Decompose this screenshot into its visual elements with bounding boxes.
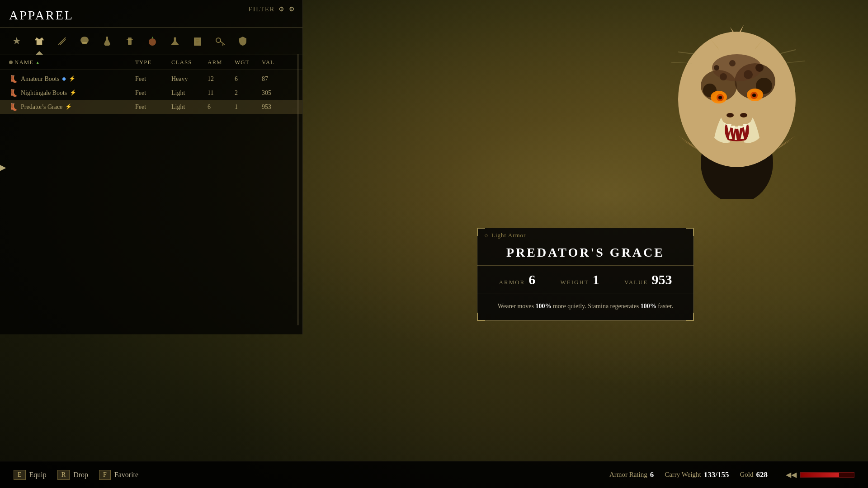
armor-stat: ARMOR 6: [499, 272, 536, 287]
cat-icon-potion[interactable]: [97, 31, 117, 51]
drop-key: R: [57, 470, 70, 480]
svg-point-24: [755, 64, 764, 72]
svg-point-22: [744, 70, 753, 79]
corner-tr: [686, 228, 694, 236]
table-header: NAME ▲ TYPE CLASS ARM WGT VAL: [0, 55, 302, 70]
svg-point-25: [714, 65, 719, 70]
item-description: Wearer moves 100% more quietly. Stamina …: [477, 294, 693, 320]
cat-icon-books[interactable]: [188, 31, 208, 51]
scroll-indicator: [297, 54, 299, 325]
gold-value: 628: [756, 470, 768, 479]
item-name-cell: 👢 Amateur Boots ◆ ⚡: [9, 75, 135, 83]
cat-icon-apparel[interactable]: [29, 31, 49, 51]
svg-line-34: [778, 50, 796, 54]
bottom-hud: E Equip R Drop F Favorite Armor Rating 6…: [0, 461, 868, 488]
boot-icon: 👢: [9, 89, 18, 97]
drop-action[interactable]: R Drop: [57, 470, 88, 480]
svg-point-21: [720, 73, 727, 80]
inventory-panel: FILTER ⚙ ⚙ APPAREL ★: [0, 0, 303, 334]
armor-rating-value: 6: [650, 470, 654, 479]
pct2: 100%: [641, 303, 656, 310]
cat-icon-weapons[interactable]: [52, 31, 72, 51]
filter-label: FILTER: [249, 6, 275, 13]
corner-br: [686, 313, 694, 321]
svg-point-30: [718, 96, 722, 99]
settings-icon[interactable]: ⚙: [289, 5, 296, 13]
pct1: 100%: [535, 303, 551, 310]
item-title: PREDATOR'S GRACE: [477, 242, 693, 266]
item-stats: ARMOR 6 WEIGHT 1 VALUE 953: [477, 266, 693, 294]
equip-action[interactable]: E Equip: [14, 470, 47, 480]
svg-point-32: [726, 113, 734, 117]
sort-arrow-up: ▲: [35, 60, 40, 65]
monster-image: [651, 9, 823, 199]
col-name-header: NAME ▲: [9, 59, 135, 66]
health-fill: [801, 473, 839, 477]
table-row[interactable]: 👢 Predator's Grace ⚡ Feet Light 6 1 953: [0, 100, 302, 114]
boot-icon: 👢: [9, 75, 18, 83]
svg-point-23: [729, 60, 736, 66]
equip-key: E: [14, 470, 26, 480]
favorite-key: F: [99, 470, 111, 480]
equip-label: Equip: [29, 471, 47, 479]
cat-icon-gold[interactable]: [233, 31, 253, 51]
armor-rating-stat: Armor Rating 6: [609, 470, 654, 479]
health-bar: [800, 472, 854, 478]
svg-line-36: [678, 52, 696, 54]
cat-icon-alchemy[interactable]: [165, 31, 185, 51]
gold-stat: Gold 628: [740, 470, 768, 479]
svg-point-18: [712, 54, 762, 81]
sort-dot: [9, 61, 13, 64]
svg-point-6: [149, 38, 156, 46]
cat-icon-helmet[interactable]: [75, 31, 94, 51]
lightning-icon: ⚡: [65, 103, 72, 110]
items-list: 👢 Amateur Boots ◆ ⚡ Feet Heavy 12 6 87 👢…: [0, 70, 302, 116]
filter-bar: FILTER ⚙ ⚙: [249, 5, 296, 13]
item-display: Light Armor PREDATOR'S GRACE ARMOR 6 WEI…: [303, 0, 868, 334]
cat-icon-favorites[interactable]: ★: [7, 31, 27, 51]
svg-rect-3: [82, 42, 87, 44]
health-arrows-left: ◀◀: [786, 470, 797, 479]
svg-point-31: [752, 94, 756, 97]
carry-weight-stat: Carry Weight 133/155: [665, 470, 729, 479]
svg-line-0: [58, 38, 66, 45]
svg-rect-4: [128, 38, 132, 45]
favorite-label: Favorite: [114, 471, 138, 479]
svg-rect-7: [194, 38, 201, 46]
carry-weight-label: Carry Weight: [665, 471, 701, 479]
inventory-header: APPAREL: [0, 0, 302, 28]
item-name-cell: 👢 Nightingale Boots ⚡: [9, 89, 135, 97]
lightning-icon: ⚡: [69, 75, 75, 82]
hud-stats: Armor Rating 6 Carry Weight 133/155 Gold…: [609, 470, 854, 479]
gold-label: Gold: [740, 471, 754, 479]
item-info-card: Light Armor PREDATOR'S GRACE ARMOR 6 WEI…: [477, 228, 694, 321]
lightning-icon: ⚡: [70, 89, 76, 96]
item-name-cell: 👢 Predator's Grace ⚡: [9, 103, 135, 111]
weight-stat: WEIGHT 1: [561, 272, 599, 287]
nav-left-arrow[interactable]: ▶: [0, 161, 6, 174]
boot-icon: 👢: [9, 103, 18, 111]
table-row[interactable]: 👢 Amateur Boots ◆ ⚡ Feet Heavy 12 6 87: [0, 72, 302, 86]
filter-icon[interactable]: ⚙: [278, 5, 285, 13]
svg-point-11: [216, 38, 221, 42]
drop-label: Drop: [73, 471, 88, 479]
cat-icon-misc[interactable]: [120, 31, 140, 51]
table-row[interactable]: 👢 Nightingale Boots ⚡ Feet Light 11 2 30…: [0, 86, 302, 100]
svg-point-33: [740, 113, 747, 117]
health-bar-container: ◀◀: [786, 470, 854, 479]
svg-point-15: [678, 32, 796, 167]
hud-actions: E Equip R Drop F Favorite: [14, 470, 609, 480]
value-stat: VALUE 953: [624, 272, 672, 287]
cat-icon-keys[interactable]: [210, 31, 230, 51]
corner-bl: [477, 313, 485, 321]
carry-weight-value: 133/155: [704, 470, 729, 479]
enchant-diamond-icon: ◆: [62, 75, 66, 82]
corner-tl: [477, 228, 485, 236]
favorite-action[interactable]: F Favorite: [99, 470, 138, 480]
cat-icon-food[interactable]: [142, 31, 162, 51]
monster-area: [606, 0, 868, 226]
item-type-label: Light Armor: [477, 228, 693, 242]
category-bar: ★: [0, 28, 302, 55]
armor-rating-label: Armor Rating: [609, 471, 647, 479]
svg-rect-5: [127, 39, 133, 40]
